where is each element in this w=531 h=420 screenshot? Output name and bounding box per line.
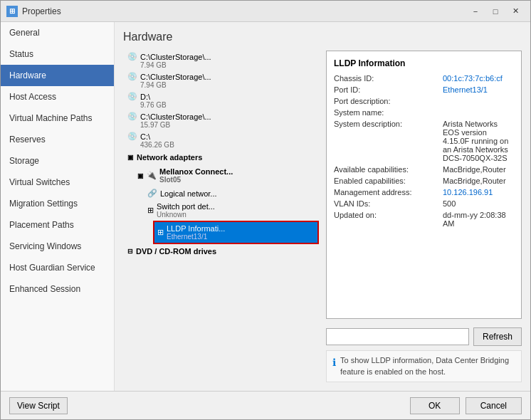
lldp-row-2: Port description: [334,97,514,105]
disk-item-4[interactable]: 💿 C:\ 436.26 GB [123,130,319,150]
mellanox-item[interactable]: ▣ 🔌 Mellanox Connect... Slot05 [133,164,319,187]
disk-path-3: C:\ClusterStorage\... [140,112,211,121]
lldp-label-2: Port description: [334,97,437,105]
refresh-row: Refresh [326,327,522,346]
lldp-row-6: Enabled capabilities: MacBridge,Router [334,177,514,185]
disk-size-0: 7.94 GB [127,61,315,69]
lldp-tree-wrapper: ⊞ LLDP Informati... Ethernet13/1 [143,221,319,244]
refresh-button[interactable]: Refresh [473,327,522,346]
sidebar-item-placement[interactable]: Placement Paths [1,214,114,236]
sidebar-item-host-access[interactable]: Host Access [1,86,114,107]
sidebar-item-servicing[interactable]: Servicing Windows [1,236,114,257]
disk-size-4: 436.26 GB [127,141,315,149]
disk-icon-0: 💿 [127,52,137,61]
window-controls: − □ ✕ [466,4,525,19]
lldp-value-1: Ethernet13/1 [443,85,488,94]
maximize-button[interactable]: □ [486,4,505,19]
lldp-tree-sub: Ethernet13/1 [167,233,225,241]
view-script-button[interactable]: View Script [9,397,68,414]
lldp-row-0: Chassis ID: 00:1c:73:7c:b6:cf [334,74,514,83]
lldp-label-3: System name: [334,108,437,117]
lldp-value-6: MacBridge,Router [443,177,506,185]
disk-item-1[interactable]: 💿 C:\ClusterStorage\... 7.94 GB [123,70,319,90]
properties-window: ⊞ Properties − □ ✕ General Status Hardwa… [0,0,531,420]
lldp-tree-item[interactable]: ⊞ LLDP Informati... Ethernet13/1 [153,221,319,244]
sidebar-item-vm-paths[interactable]: Virtual Machine Paths [1,107,114,129]
footer-right: OK Cancel [410,397,522,414]
logical-icon: 🔗 [147,189,157,198]
lldp-value-7: 10.126.196.91 [443,188,493,196]
close-button[interactable]: ✕ [506,4,525,19]
disk-icon-2: 💿 [127,92,137,101]
disk-item-3[interactable]: 💿 C:\ClusterStorage\... 15.97 GB [123,110,319,130]
content-title: Hardware [123,31,522,43]
mellanox-icon: 🔌 [147,171,157,180]
logical-name: Logical networ... [160,189,217,198]
content-area: Hardware 💿 C:\ClusterStorage\... 7.94 GB [115,22,530,391]
footer: View Script OK Cancel [1,391,530,419]
sidebar-item-hardware[interactable]: Hardware [1,65,114,86]
logical-network-item[interactable]: 🔗 Logical networ... [143,187,319,200]
mellanox-sub: Slot05 [159,176,233,184]
disk-path-2: D:\ [140,93,150,101]
lldp-row-4: System description: Arista Networks EOS … [334,120,514,162]
lldp-label-9: Updated on: [334,211,437,228]
window-icon: ⊞ [6,6,18,17]
expand-icon: ▣ [137,172,144,179]
disk-icon-4: 💿 [127,132,137,141]
disk-icon-3: 💿 [127,112,137,121]
lldp-row-8: VLAN IDs: 500 [334,199,514,208]
info-panel: LLDP Information Chassis ID: 00:1c:73:7c… [326,51,522,382]
title-bar: ⊞ Properties − □ ✕ [1,1,530,22]
lldp-info-box: LLDP Information Chassis ID: 00:1c:73:7c… [326,51,522,319]
sidebar-item-enhanced[interactable]: Enhanced Session [1,278,114,300]
minimize-button[interactable]: − [466,4,485,19]
lldp-value-9: dd-mm-yy 2:08:38 AM [443,211,514,228]
disk-size-1: 7.94 GB [127,81,315,89]
lldp-value-4: Arista Networks EOS version 4.15.0F runn… [443,120,514,162]
lldp-label-5: Available capabilities: [334,165,437,174]
info-note: ℹ To show LLDP information, Data Center … [326,350,522,382]
tree-panel-wrapper: 💿 C:\ClusterStorage\... 7.94 GB 💿 C:\Clu… [123,51,319,382]
sidebar-item-status[interactable]: Status [1,43,114,65]
lldp-label-1: Port ID: [334,85,437,94]
sidebar-item-storage[interactable]: Storage [1,150,114,172]
lldp-label-6: Enabled capabilities: [334,177,437,185]
mellanox-group: ▣ 🔌 Mellanox Connect... Slot05 [123,164,319,244]
switch-port-item[interactable]: ⊞ Switch port det... Unknown [143,200,319,221]
info-icon: ℹ [332,356,336,370]
dvd-label: DVD / CD-ROM drives [136,247,216,256]
hardware-body: 💿 C:\ClusterStorage\... 7.94 GB 💿 C:\Clu… [123,51,522,382]
refresh-input[interactable] [326,328,469,345]
sidebar: General Status Hardware Host Access Virt… [1,22,115,391]
lldp-title: LLDP Information [334,58,514,68]
lldp-value-8: 500 [443,199,456,208]
disk-item-0[interactable]: 💿 C:\ClusterStorage\... 7.94 GB [123,51,319,70]
disk-path-1: C:\ClusterStorage\... [140,73,211,81]
cancel-button[interactable]: Cancel [466,397,522,414]
lldp-label-4: System description: [334,120,437,162]
lldp-tree-name: LLDP Informati... [167,224,225,233]
sidebar-item-guardian[interactable]: Host Guardian Service [1,257,114,278]
lldp-label-8: VLAN IDs: [334,199,437,208]
disk-item-2[interactable]: 💿 D:\ 9.76 GB [123,90,319,110]
dvd-group[interactable]: ⊟ DVD / CD-ROM drives [123,244,319,258]
lldp-row-1: Port ID: Ethernet13/1 [334,85,514,94]
lldp-tree-icon: ⊞ [157,228,164,237]
lldp-row-3: System name: [334,108,514,117]
lldp-value-0: 00:1c:73:7c:b6:cf [443,74,503,83]
footer-left: View Script [9,397,68,414]
main-content: General Status Hardware Host Access Virt… [1,22,530,391]
switch-port-icon: ⊞ [147,206,154,215]
sidebar-item-migration[interactable]: Migration Settings [1,193,114,214]
lldp-row-5: Available capabilities: MacBridge,Router [334,165,514,174]
lldp-row-9: Updated on: dd-mm-yy 2:08:38 AM [334,211,514,228]
sidebar-item-virtual-switches[interactable]: Virtual Switches [1,172,114,193]
collapse-icon: ▣ [127,154,134,161]
ok-button[interactable]: OK [410,397,460,414]
sidebar-item-reserves[interactable]: Reserves [1,129,114,150]
network-adapters-label: Network adapters [137,153,202,162]
switch-port-sub: Unknown [157,211,215,219]
sidebar-item-general[interactable]: General [1,22,114,43]
network-adapters-group[interactable]: ▣ Network adapters [123,150,319,164]
